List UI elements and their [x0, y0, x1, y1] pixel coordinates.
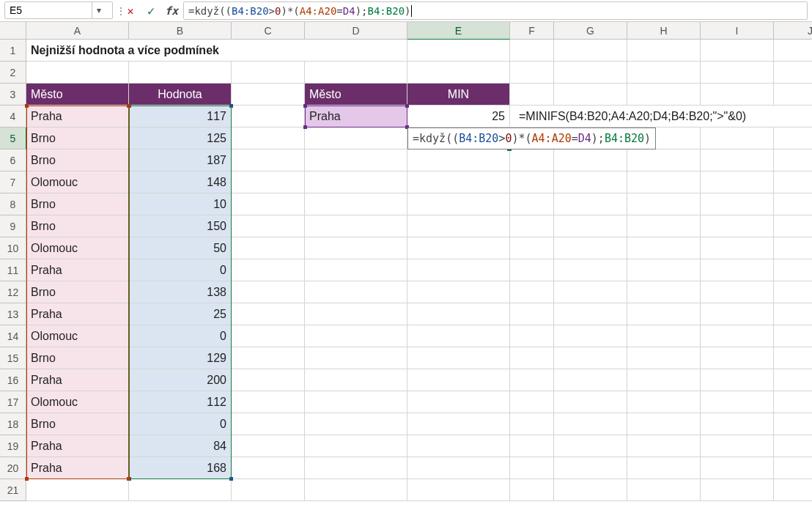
cell[interactable]	[407, 171, 510, 193]
cell[interactable]	[305, 62, 407, 84]
formula-input[interactable]: =když((B4:B20>0)*(A4:A20=D4);B4:B20)	[183, 1, 808, 20]
cell[interactable]	[627, 303, 701, 325]
cell[interactable]	[232, 171, 305, 193]
cell[interactable]	[627, 391, 701, 413]
cell[interactable]	[774, 149, 812, 171]
row-header[interactable]: 16	[0, 369, 26, 391]
cell[interactable]	[701, 62, 774, 84]
cell[interactable]	[510, 281, 554, 303]
cell[interactable]	[554, 171, 627, 193]
cell[interactable]	[774, 40, 812, 62]
cell[interactable]	[407, 281, 510, 303]
cell[interactable]	[627, 369, 701, 391]
cell[interactable]	[627, 435, 701, 457]
cell[interactable]	[701, 149, 774, 171]
cell-inplace-editor[interactable]: =když((B4:B20>0)*(A4:A20=D4);B4:B20)	[407, 128, 656, 149]
insert-function-button[interactable]: fx	[163, 1, 180, 20]
table-row[interactable]: 0	[129, 259, 232, 281]
cell[interactable]	[305, 391, 407, 413]
cell[interactable]	[554, 62, 627, 84]
cell[interactable]	[305, 171, 407, 193]
table-row[interactable]: 112	[129, 391, 232, 413]
cell[interactable]	[232, 62, 305, 84]
cell[interactable]	[510, 171, 554, 193]
cell[interactable]	[407, 303, 510, 325]
cell[interactable]	[232, 479, 305, 501]
name-box[interactable]	[5, 2, 92, 18]
cell[interactable]	[407, 149, 510, 171]
cell[interactable]	[554, 347, 627, 369]
cell[interactable]	[510, 84, 554, 106]
row-header[interactable]: 3	[0, 84, 26, 106]
cell[interactable]	[305, 149, 407, 171]
name-box-dropdown[interactable]: ▾	[92, 2, 105, 18]
cell[interactable]	[774, 84, 812, 106]
cell[interactable]	[701, 435, 774, 457]
enter-button[interactable]: ✓	[142, 1, 160, 20]
cell[interactable]	[554, 369, 627, 391]
cell[interactable]	[26, 479, 129, 501]
row-header[interactable]: 7	[0, 171, 26, 193]
cell[interactable]	[627, 413, 701, 435]
table-row[interactable]: Olomouc	[26, 391, 129, 413]
cell[interactable]	[774, 325, 812, 347]
cell[interactable]	[305, 281, 407, 303]
cell[interactable]	[774, 281, 812, 303]
cell[interactable]	[407, 237, 510, 259]
row-header[interactable]: 6	[0, 149, 26, 171]
table-row[interactable]: 25	[129, 303, 232, 325]
table-row[interactable]: 125	[129, 128, 232, 149]
cell[interactable]	[510, 259, 554, 281]
cell[interactable]	[627, 62, 701, 84]
cell[interactable]	[701, 40, 774, 62]
row-header[interactable]: 11	[0, 259, 26, 281]
cell[interactable]	[774, 303, 812, 325]
cell[interactable]	[627, 347, 701, 369]
cell[interactable]	[407, 413, 510, 435]
row-header[interactable]: 21	[0, 479, 26, 501]
row-header[interactable]: 8	[0, 193, 26, 215]
row-header[interactable]: 15	[0, 347, 26, 369]
cell[interactable]	[554, 413, 627, 435]
table-row[interactable]: Brno	[26, 149, 129, 171]
cell[interactable]	[407, 62, 510, 84]
cell[interactable]	[627, 259, 701, 281]
table-row[interactable]: 168	[129, 457, 232, 479]
cell[interactable]	[627, 237, 701, 259]
cell[interactable]	[774, 347, 812, 369]
table-row[interactable]: Olomouc	[26, 325, 129, 347]
cell[interactable]	[305, 479, 407, 501]
cell[interactable]	[305, 325, 407, 347]
table-row[interactable]: 84	[129, 435, 232, 457]
cell[interactable]	[554, 479, 627, 501]
cell[interactable]	[510, 347, 554, 369]
cell[interactable]	[701, 259, 774, 281]
row-header[interactable]: 10	[0, 237, 26, 259]
cell[interactable]	[701, 171, 774, 193]
cell[interactable]	[305, 413, 407, 435]
cell[interactable]	[407, 457, 510, 479]
cell[interactable]	[305, 369, 407, 391]
cell[interactable]	[774, 215, 812, 237]
table-row[interactable]: Praha	[26, 106, 129, 128]
row-header[interactable]: 17	[0, 391, 26, 413]
cell[interactable]	[510, 369, 554, 391]
table-row[interactable]: Brno	[26, 215, 129, 237]
cell[interactable]	[701, 413, 774, 435]
row-header[interactable]: 14	[0, 325, 26, 347]
cell[interactable]	[554, 303, 627, 325]
cell[interactable]	[305, 193, 407, 215]
cell[interactable]	[701, 347, 774, 369]
cell[interactable]	[627, 40, 701, 62]
cell[interactable]	[305, 128, 407, 149]
cell[interactable]	[232, 128, 305, 149]
table-row[interactable]: Brno	[26, 413, 129, 435]
cell[interactable]	[232, 215, 305, 237]
table-row[interactable]: 10	[129, 193, 232, 215]
cell[interactable]	[305, 237, 407, 259]
cell[interactable]	[407, 347, 510, 369]
cell[interactable]	[232, 435, 305, 457]
table-row[interactable]: Brno	[26, 128, 129, 149]
cell[interactable]	[554, 149, 627, 171]
table-row[interactable]: 0	[129, 413, 232, 435]
